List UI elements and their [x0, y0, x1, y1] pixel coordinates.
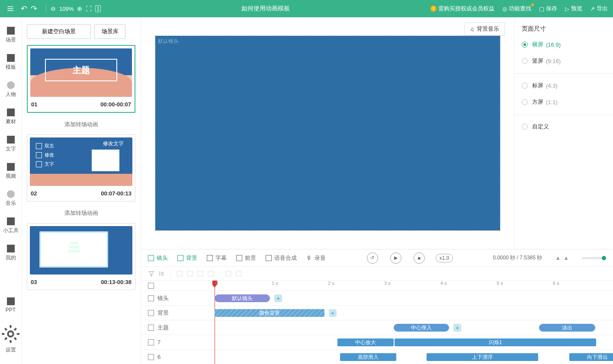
time-display: 0.0000 秒 / 7.5385 秒 [493, 254, 542, 262]
nav-widget[interactable]: 小工具 [3, 217, 19, 234]
aspect-option-portrait[interactable]: 竖屏 (9:16) [522, 57, 606, 65]
subtitle-icon [207, 255, 213, 261]
tab-tts[interactable]: 语音合成 [266, 254, 297, 262]
nav-scene-label: 场景 [6, 36, 16, 44]
camera-label: 默认镜头 [158, 38, 179, 45]
widget-icon [7, 217, 15, 225]
nav-material[interactable]: 素材 [6, 109, 16, 125]
tab-record[interactable]: 🎙录音 [306, 254, 326, 262]
align-icon[interactable] [158, 270, 165, 277]
clip-camera[interactable]: 默认镜头 [215, 294, 270, 302]
tab-camera[interactable]: 镜头 [148, 254, 168, 262]
camera-icon [148, 255, 154, 261]
scene-library-button[interactable]: 场景库 [94, 24, 125, 39]
play-button[interactable]: ▶ [390, 252, 401, 264]
scene-thumb-title: 主题 [45, 59, 117, 81]
hamburger-menu-button[interactable] [5, 3, 16, 14]
add-transition-button[interactable]: 添加转场动画 [27, 206, 135, 223]
history-controls: ↶ ↷ [21, 4, 37, 13]
nav-scene[interactable]: 场景 [6, 27, 16, 44]
zoom-icon[interactable]: ▲ [563, 255, 569, 261]
feature-search-button[interactable]: ◎ 功能查找 [502, 5, 531, 13]
nav-text[interactable]: 文字 [6, 136, 16, 153]
text-icon [148, 325, 154, 331]
separator [515, 115, 613, 115]
zoom-percent[interactable]: 109% [59, 6, 74, 12]
export-button[interactable]: ↗ 导出 [590, 5, 608, 13]
nav-mine[interactable]: 我的 [6, 245, 16, 262]
tool-icon[interactable] [176, 270, 183, 277]
save-label: 保存 [546, 5, 557, 13]
scene-card-01[interactable]: 主题 01 00:00-00:07 [27, 45, 135, 113]
option-ratio: (9:16) [546, 58, 561, 64]
clip-7-effect[interactable]: 闪烁1 [395, 338, 596, 346]
clip-7-in[interactable]: 中心放大 [337, 338, 394, 346]
zoom-in-button[interactable]: ⊕ [77, 5, 82, 12]
svg-rect-1 [177, 271, 182, 276]
clip-6-out[interactable]: 向下滑出 [569, 353, 613, 361]
nav-character[interactable]: 人物 [6, 81, 16, 98]
nav-settings[interactable]: 设置 [0, 323, 21, 354]
add-clip-button[interactable]: + [274, 294, 282, 302]
bgm-label: 背景音乐 [477, 25, 499, 33]
zoom-icon[interactable]: ▲ [555, 255, 561, 261]
speed-selector[interactable]: x1.0 [436, 254, 453, 262]
add-clip-button[interactable]: + [329, 309, 337, 317]
clip-6-in[interactable]: 底部滑入 [340, 353, 396, 361]
background-music-button[interactable]: ♫ 背景音乐 [464, 22, 505, 35]
redo-button[interactable]: ↷ [31, 4, 37, 13]
audio-icon [7, 190, 15, 198]
ppt-icon [7, 297, 15, 305]
stop-button[interactable]: ■ [414, 252, 425, 264]
aspect-option-square[interactable]: 方屏 (1:1) [522, 98, 606, 106]
license-warning-button[interactable]: ! 需购买授权或会员权益 [430, 5, 494, 13]
clip-background[interactable]: 颜色背景 [215, 309, 324, 317]
nav-template[interactable]: 模板 [6, 54, 16, 71]
nav-audio[interactable]: 音乐 [6, 190, 16, 207]
tool-icon[interactable] [235, 270, 242, 277]
tool-icon[interactable] [186, 270, 193, 277]
undo-button[interactable]: ↶ [21, 4, 27, 13]
add-clip-button[interactable]: + [453, 324, 461, 332]
aspect-option-custom[interactable]: 自定义 [522, 123, 606, 131]
app-header: ↶ ↷ ⊖ 109% ⊕ ⛶ 1 如何使用动画模板 ! 需购买授权或会员权益 ◎… [0, 0, 613, 17]
fit-screen-button[interactable]: ⛶ [86, 5, 92, 12]
new-blank-scene-button[interactable]: 新建空白场景 [27, 24, 91, 39]
scene-thumbnail: 修改文字 双击 修改 文字 [30, 137, 132, 186]
option-ratio: (16:9) [546, 42, 561, 48]
save-button[interactable]: ▢ 保存 [539, 5, 557, 13]
option-label: 方屏 [532, 98, 543, 106]
scene-time: 00:13-00:38 [101, 279, 132, 285]
nav-video[interactable]: 视频 [6, 163, 16, 180]
nav-ppt[interactable]: PPT [6, 297, 16, 313]
tab-background[interactable]: 背景 [177, 254, 197, 262]
scene-card-02[interactable]: 修改文字 双击 修改 文字 02 00:07-00:13 [27, 134, 135, 201]
nav-ppt-label: PPT [6, 307, 16, 313]
rewind-button[interactable]: ↺ [367, 252, 378, 264]
preview-button[interactable]: ▷ 预览 [565, 5, 582, 13]
video-icon [7, 163, 15, 171]
tab-subtitle[interactable]: 字幕 [207, 254, 227, 262]
scene-card-03[interactable]: ◇◇◇◇◇◇◇◇◇◇◇◇ 03 00:13-00:38 [27, 223, 135, 290]
timeline-body[interactable]: 0 1 s 2 s 3 s 4 s 5 s 6 s 镜头 默认镜头 + 背景 颜… [141, 281, 613, 364]
tool-icon[interactable] [225, 270, 232, 277]
clip-theme-out[interactable]: 淡出 [539, 324, 595, 332]
preview-label: 预览 [571, 5, 582, 13]
tool-icon[interactable] [197, 270, 204, 277]
tab-foreground[interactable]: 前景 [236, 254, 256, 262]
filter-icon[interactable] [148, 270, 155, 277]
zoom-out-button[interactable]: ⊖ [51, 5, 56, 12]
track-background: 背景 颜色背景 + [141, 306, 613, 320]
canvas-stage[interactable]: 默认镜头 [155, 36, 500, 230]
material-icon [7, 109, 15, 116]
actual-size-button[interactable]: 1 [95, 5, 101, 12]
clip-theme-in[interactable]: 中心弹入 [394, 324, 449, 332]
aspect-option-landscape[interactable]: 横屏 (16:9) [522, 41, 606, 48]
save-icon: ▢ [539, 6, 544, 12]
add-transition-button[interactable]: 添加转场动画 [27, 117, 135, 134]
tool-icon[interactable] [207, 270, 214, 277]
timeline-zoom-slider[interactable] [582, 258, 606, 259]
track-label: 镜头 [157, 294, 169, 302]
aspect-option-standard[interactable]: 标屏 (4:3) [522, 82, 606, 89]
clip-6-float[interactable]: 上下漂浮 [427, 353, 538, 361]
